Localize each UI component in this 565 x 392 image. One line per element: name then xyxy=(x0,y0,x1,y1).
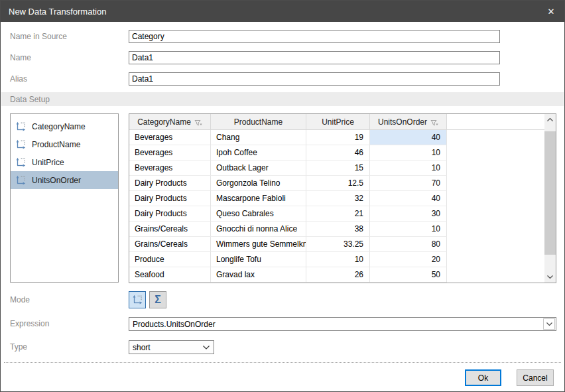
table-cell[interactable]: Queso Cabrales xyxy=(211,206,306,222)
table-cell[interactable]: Longlife Tofu xyxy=(211,252,306,267)
field-listbox: CategoryNameProductNameUnitPriceUnitsOnO… xyxy=(10,113,119,283)
field-list-item-label: UnitPrice xyxy=(32,158,64,167)
column-header-label: CategoryName xyxy=(137,117,191,127)
table-header-row: CategoryNameProductNameUnitPriceUnitsOnO… xyxy=(129,114,556,130)
table-cell[interactable]: 15 xyxy=(306,161,370,176)
table-cell[interactable]: 20 xyxy=(370,252,447,267)
expression-combobox[interactable]: Products.UnitsOnOrder xyxy=(129,317,556,331)
table-cell[interactable]: 50 xyxy=(370,267,447,283)
field-list-item-unitsonorder[interactable]: UnitsOnOrder xyxy=(11,171,118,189)
table-cell[interactable]: 70 xyxy=(370,176,447,191)
axes-icon xyxy=(15,157,26,168)
table-cell[interactable]: Grains/Cereals xyxy=(129,222,211,237)
table-row: Dairy ProductsQueso Cabrales2130 xyxy=(129,206,556,222)
table-cell[interactable]: Ipoh Coffee xyxy=(211,145,306,161)
table-row: SeafoodGravad lax2650 xyxy=(129,267,556,283)
column-header-unitsonorder[interactable]: UnitsOnOrder xyxy=(370,114,447,129)
name-in-source-input[interactable] xyxy=(129,30,500,43)
table-vertical-scrollbar[interactable] xyxy=(544,114,556,283)
dialog-title: New Data Transformation xyxy=(1,7,106,17)
name-input[interactable] xyxy=(129,51,500,64)
field-list-item-productname[interactable]: ProductName xyxy=(11,135,118,153)
alias-input[interactable] xyxy=(129,72,500,86)
chevron-down-icon xyxy=(546,322,552,326)
table-cell[interactable]: Gnocchi di nonna Alice xyxy=(211,222,306,237)
filter-icon[interactable] xyxy=(194,119,202,126)
cancel-button-label: Cancel xyxy=(523,373,547,383)
axes-icon xyxy=(132,294,143,305)
title-bar: New Data Transformation ✕ xyxy=(1,1,564,22)
table-row: Dairy ProductsGorgonzola Telino12.570 xyxy=(129,176,556,191)
table-cell[interactable]: 10 xyxy=(370,222,447,237)
table-cell[interactable]: 38 xyxy=(306,222,370,237)
type-select[interactable]: short xyxy=(129,340,214,354)
expression-dropdown-button[interactable] xyxy=(543,318,555,330)
table-cell[interactable]: Gravad lax xyxy=(211,267,306,283)
table-cell[interactable]: 10 xyxy=(306,252,370,267)
data-table: CategoryNameProductNameUnitPriceUnitsOnO… xyxy=(129,113,556,283)
field-list-item-label: UnitsOnOrder xyxy=(32,176,81,185)
column-header-categoryname[interactable]: CategoryName xyxy=(129,114,211,129)
column-header-unitprice[interactable]: UnitPrice xyxy=(306,114,370,129)
table-cell[interactable]: 80 xyxy=(370,237,447,252)
table-cell[interactable]: Produce xyxy=(129,252,211,267)
table-row: Grains/CerealsWimmers gute Semmelknödel3… xyxy=(129,237,556,252)
table-cell[interactable]: Beverages xyxy=(129,145,211,161)
table-cell[interactable]: Dairy Products xyxy=(129,176,211,191)
column-header-productname[interactable]: ProductName xyxy=(211,114,306,129)
table-cell[interactable]: Beverages xyxy=(129,130,211,145)
table-cell[interactable]: Beverages xyxy=(129,161,211,176)
footer-separator xyxy=(4,362,561,363)
table-cell[interactable]: Gorgonzola Telino xyxy=(211,176,306,191)
new-data-transformation-dialog: New Data Transformation ✕ Name in Source… xyxy=(0,0,565,392)
mode-sum-button[interactable]: Σ xyxy=(149,291,166,308)
table-row: BeveragesChang1940 xyxy=(129,130,556,145)
sigma-icon: Σ xyxy=(155,294,161,305)
type-label: Type xyxy=(10,340,27,354)
close-button[interactable]: ✕ xyxy=(538,1,564,22)
table-cell[interactable]: Outback Lager xyxy=(211,161,306,176)
table-cell[interactable]: 10 xyxy=(370,145,447,161)
table-cell[interactable]: 30 xyxy=(370,206,447,222)
column-header-label: UnitPrice xyxy=(322,117,354,127)
field-list-item-unitprice[interactable]: UnitPrice xyxy=(11,153,118,171)
table-cell[interactable]: 32 xyxy=(306,191,370,206)
mode-label: Mode xyxy=(10,293,30,306)
field-list-item-label: CategoryName xyxy=(32,122,86,131)
alias-label: Alias xyxy=(10,72,27,86)
table-cell[interactable]: 46 xyxy=(306,145,370,161)
table-cell[interactable]: 21 xyxy=(306,206,370,222)
table-cell[interactable]: Wimmers gute Semmelknödel xyxy=(211,237,306,252)
data-setup-section-header: Data Setup xyxy=(1,92,564,106)
table-cell[interactable]: 40 xyxy=(370,191,447,206)
axes-icon xyxy=(15,121,26,132)
mode-value-button[interactable] xyxy=(129,291,146,308)
chevron-up-icon xyxy=(547,118,553,121)
name-in-source-label: Name in Source xyxy=(10,30,67,43)
field-list-item-categoryname[interactable]: CategoryName xyxy=(11,117,118,135)
table-row: BeveragesOutback Lager1510 xyxy=(129,161,556,176)
filter-icon[interactable] xyxy=(430,119,438,126)
field-list-item-label: ProductName xyxy=(32,140,80,149)
table-cell[interactable]: 26 xyxy=(306,267,370,283)
cancel-button[interactable]: Cancel xyxy=(517,369,554,386)
chevron-down-icon xyxy=(203,346,210,350)
type-value: short xyxy=(129,343,203,352)
table-row: ProduceLonglife Tofu1020 xyxy=(129,252,556,267)
table-cell[interactable]: Seafood xyxy=(129,267,211,283)
scrollbar-thumb[interactable] xyxy=(544,131,556,255)
table-row: BeveragesIpoh Coffee4610 xyxy=(129,145,556,161)
table-cell[interactable]: Dairy Products xyxy=(129,206,211,222)
table-cell[interactable]: 12.5 xyxy=(306,176,370,191)
table-cell[interactable]: Grains/Cereals xyxy=(129,237,211,252)
table-cell[interactable]: 10 xyxy=(370,161,447,176)
table-cell[interactable]: 19 xyxy=(306,130,370,145)
table-cell[interactable]: Dairy Products xyxy=(129,191,211,206)
ok-button[interactable]: Ok xyxy=(465,369,501,386)
scroll-up-button[interactable] xyxy=(544,114,556,125)
table-cell[interactable]: 33.25 xyxy=(306,237,370,252)
scroll-down-button[interactable] xyxy=(544,271,556,283)
table-cell[interactable]: 40 xyxy=(370,130,447,145)
table-cell[interactable]: Chang xyxy=(211,130,306,145)
table-cell[interactable]: Mascarpone Fabioli xyxy=(211,191,306,206)
